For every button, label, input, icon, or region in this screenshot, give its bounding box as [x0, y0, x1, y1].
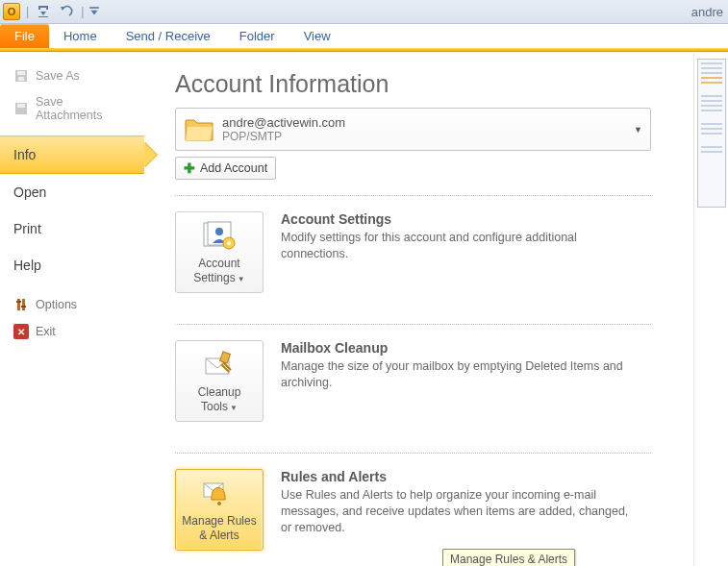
section-account-settings-body: Account Settings Modify settings for thi… [281, 211, 637, 293]
divider: | [26, 5, 29, 18]
manage-rules-button-line2: & Alerts [199, 529, 238, 542]
rules-alerts-desc: Use Rules and Alerts to help organize yo… [281, 487, 637, 536]
window-title: andre [691, 5, 725, 19]
nav-help-label: Help [13, 258, 41, 273]
qat-customize-dropdown[interactable] [88, 1, 100, 22]
nav-open[interactable]: Open [0, 174, 144, 210]
account-settings-desc: Modify settings for this account and con… [281, 230, 637, 262]
nav-info-label: Info [13, 147, 36, 162]
nav-options[interactable]: Options [0, 291, 144, 318]
account-settings-button[interactable]: Account Settings▼ [175, 211, 264, 293]
svg-rect-8 [16, 301, 21, 303]
mailbox-cleanup-title: Mailbox Cleanup [281, 340, 637, 356]
nav-open-label: Open [13, 185, 46, 200]
tab-home[interactable]: Home [49, 24, 112, 48]
save-attachments-icon [13, 101, 29, 116]
svg-rect-0 [89, 7, 99, 9]
section-rules-alerts: Manage Rules & Alerts Rules and Alerts U… [175, 453, 651, 566]
backstage-main: Account Information andre@activewin.com … [144, 53, 693, 566]
ribbon-tabs: File Home Send / Receive Folder View [0, 24, 728, 49]
manage-rules-alerts-icon [200, 478, 238, 510]
account-protocol: POP/SMTP [222, 130, 626, 143]
nav-options-label: Options [36, 298, 77, 311]
nav-print-label: Print [13, 221, 41, 236]
tab-view[interactable]: View [289, 24, 345, 48]
add-account-button[interactable]: ✚ Add Account [175, 157, 276, 180]
nav-save-as-label: Save As [36, 69, 80, 83]
tab-folder[interactable]: Folder [225, 24, 289, 48]
section-mailbox-cleanup: Cleanup Tools▼ Mailbox Cleanup Manage th… [175, 324, 651, 437]
rules-alerts-title: Rules and Alerts [281, 469, 637, 484]
svg-point-12 [215, 228, 223, 235]
account-settings-button-line1: Account [198, 257, 239, 270]
account-selector[interactable]: andre@activewin.com POP/SMTP ▼ [175, 108, 651, 151]
add-account-label: Add Account [200, 161, 267, 175]
account-folder-icon [184, 117, 214, 142]
nav-print[interactable]: Print [0, 210, 144, 247]
section-account-settings: Account Settings▼ Account Settings Modif… [175, 195, 651, 308]
title-bar: O | | andre [0, 0, 728, 24]
account-settings-icon [200, 220, 238, 253]
backstage-left-nav: Save As Save Attachments Info Open Print… [0, 53, 144, 566]
qat-undo-icon[interactable] [56, 1, 77, 22]
svg-rect-7 [22, 299, 25, 310]
nav-save-attachments: Save Attachments [0, 89, 144, 128]
svg-rect-3 [18, 77, 24, 81]
svg-point-14 [227, 241, 231, 245]
plus-icon: ✚ [184, 160, 195, 176]
nav-exit[interactable]: ✕ Exit [0, 318, 144, 345]
options-icon [13, 297, 29, 312]
preview-thumbnail [697, 59, 726, 208]
svg-rect-9 [21, 306, 26, 308]
account-text: andre@activewin.com POP/SMTP [222, 115, 626, 144]
save-icon [13, 68, 29, 84]
tooltip-manage-rules-alerts: Manage Rules & Alerts [442, 549, 575, 566]
nav-save-attachments-label: Save Attachments [36, 95, 131, 122]
mailbox-cleanup-desc: Manage the size of your mailbox by empty… [281, 358, 637, 391]
account-settings-title: Account Settings [281, 211, 637, 227]
account-email: andre@activewin.com [222, 115, 626, 131]
divider: | [81, 5, 84, 18]
svg-rect-5 [17, 104, 25, 108]
cleanup-tools-button[interactable]: Cleanup Tools▼ [175, 340, 264, 422]
cleanup-tools-dropdown-icon: ▼ [230, 404, 238, 413]
print-preview-strip [693, 53, 728, 566]
svg-rect-2 [17, 71, 25, 75]
qat-send-receive-icon[interactable] [33, 1, 54, 22]
nav-save-as: Save As [0, 62, 144, 89]
cleanup-tools-icon [200, 349, 238, 381]
section-rules-alerts-body: Rules and Alerts Use Rules and Alerts to… [281, 469, 637, 551]
backstage-body: Save As Save Attachments Info Open Print… [0, 53, 728, 566]
manage-rules-alerts-button[interactable]: Manage Rules & Alerts [175, 469, 264, 551]
tab-file[interactable]: File [0, 24, 49, 48]
cleanup-tools-button-line1: Cleanup [198, 385, 241, 399]
account-settings-button-line2: Settings [193, 271, 235, 284]
outlook-app-icon: O [3, 3, 20, 20]
section-mailbox-cleanup-body: Mailbox Cleanup Manage the size of your … [281, 340, 637, 422]
manage-rules-button-line1: Manage Rules [182, 514, 256, 528]
svg-rect-6 [17, 299, 20, 310]
exit-icon: ✕ [13, 324, 29, 339]
svg-point-18 [217, 502, 221, 505]
page-title: Account Information [175, 70, 674, 98]
account-dropdown-icon[interactable]: ▼ [634, 125, 642, 135]
cleanup-tools-button-line2: Tools [201, 400, 228, 413]
nav-help[interactable]: Help [0, 247, 144, 283]
nav-exit-label: Exit [36, 325, 56, 338]
nav-info[interactable]: Info [0, 135, 144, 174]
tab-send-receive[interactable]: Send / Receive [112, 24, 225, 48]
account-settings-dropdown-icon: ▼ [238, 275, 245, 284]
